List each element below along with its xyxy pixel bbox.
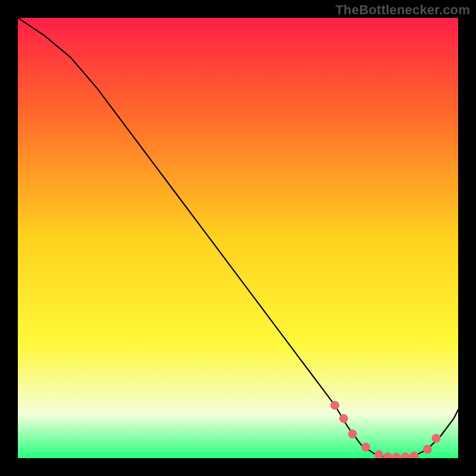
- marker-point: [410, 452, 418, 458]
- marker-point: [432, 434, 440, 443]
- marker-point: [384, 453, 392, 458]
- chart-svg: [18, 18, 458, 458]
- chart-frame: TheBottlenecker.com: [0, 0, 476, 476]
- marker-point: [375, 450, 383, 458]
- marker-point: [362, 443, 370, 452]
- watermark-text: TheBottlenecker.com: [336, 2, 470, 18]
- marker-point: [348, 430, 356, 438]
- gradient-background: [18, 18, 458, 458]
- marker-point: [423, 445, 431, 453]
- marker-point: [401, 453, 409, 458]
- plot-area: [18, 18, 458, 458]
- marker-point: [331, 401, 339, 409]
- marker-point: [340, 414, 348, 422]
